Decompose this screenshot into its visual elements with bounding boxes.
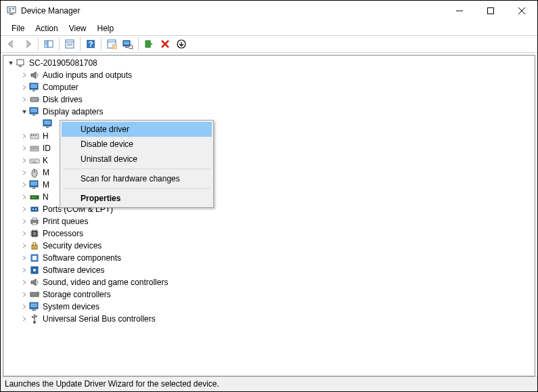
svg-rect-10: [48, 41, 53, 47]
tree-item[interactable]: Storage controllers: [3, 288, 535, 301]
spacer: [33, 119, 43, 129]
tree-item[interactable]: Print queues: [3, 215, 535, 227]
enable-button[interactable]: [141, 37, 156, 51]
help-button[interactable]: ?: [83, 37, 98, 51]
cm-properties[interactable]: Properties: [62, 191, 212, 206]
statusbar-text: Launches the Update Driver Wizard for th…: [5, 379, 219, 389]
cm-disable-device[interactable]: Disable device: [62, 137, 212, 152]
monitor-icon: [29, 106, 40, 117]
tree-item[interactable]: Sound, video and game controllers: [3, 276, 535, 288]
tree-item[interactable]: Software devices: [3, 264, 535, 276]
tree-item[interactable]: Computer: [3, 81, 535, 93]
uninstall-button[interactable]: [158, 37, 173, 51]
svg-rect-49: [33, 135, 35, 136]
tree-item[interactable]: Universal Serial Bus controllers: [3, 313, 535, 325]
monitor-icon: [29, 179, 40, 190]
chevron-right-icon[interactable]: [20, 156, 29, 165]
cm-separator: [63, 188, 210, 189]
chevron-right-icon[interactable]: [20, 180, 29, 190]
tree-item-label: Security devices: [43, 241, 102, 251]
tree-item[interactable]: Disk drives: [3, 93, 535, 106]
tree-item-label: Storage controllers: [43, 290, 111, 299]
svg-rect-46: [46, 127, 49, 128]
keyboard-icon: [29, 155, 40, 166]
tree-item-label: M: [43, 168, 49, 177]
svg-point-69: [32, 209, 34, 210]
tree-item[interactable]: Security devices: [3, 240, 535, 252]
cm-scan-hardware[interactable]: Scan for hardware changes: [62, 171, 212, 186]
svg-rect-4: [9, 14, 14, 15]
chevron-right-icon[interactable]: [20, 265, 29, 275]
svg-rect-56: [32, 160, 33, 161]
minimize-button[interactable]: [444, 1, 475, 21]
svg-rect-45: [44, 121, 51, 125]
printer-icon: [29, 216, 40, 227]
svg-text:?: ?: [89, 40, 93, 48]
menu-action[interactable]: Action: [30, 22, 63, 35]
svg-rect-1: [9, 8, 11, 9]
action-button[interactable]: [104, 37, 119, 51]
svg-rect-93: [32, 309, 36, 311]
forward-button[interactable]: [20, 37, 35, 51]
chevron-down-icon[interactable]: [6, 58, 16, 68]
monitor-icon: [29, 82, 40, 93]
chevron-right-icon[interactable]: [20, 241, 29, 251]
tree-item-label: Audio inputs and outputs: [43, 70, 132, 80]
chevron-right-icon[interactable]: [20, 144, 29, 153]
swdev-icon: [29, 265, 40, 276]
svg-rect-67: [34, 197, 35, 198]
cm-update-driver[interactable]: Update driver: [62, 122, 212, 137]
svg-point-40: [37, 99, 38, 100]
chevron-right-icon[interactable]: [20, 229, 29, 238]
svg-rect-64: [32, 188, 35, 189]
titlebar: Device Manager: [1, 1, 537, 21]
close-button[interactable]: [506, 1, 537, 21]
cm-uninstall-device[interactable]: Uninstall device: [62, 152, 212, 167]
tree-item-label: Display adapters: [43, 107, 103, 116]
chevron-right-icon[interactable]: [20, 70, 29, 80]
tree-item[interactable]: Software components: [3, 252, 535, 264]
svg-rect-48: [31, 135, 32, 136]
menu-view[interactable]: View: [64, 22, 92, 35]
chevron-down-icon[interactable]: [20, 107, 29, 116]
chevron-right-icon[interactable]: [20, 192, 29, 202]
svg-rect-27: [125, 47, 128, 48]
chevron-right-icon[interactable]: [20, 83, 29, 92]
chevron-right-icon[interactable]: [20, 204, 29, 214]
svg-rect-63: [30, 181, 37, 186]
chevron-right-icon[interactable]: [20, 131, 29, 141]
tree-root[interactable]: SC-201905081708: [3, 57, 535, 69]
maximize-button[interactable]: [475, 1, 506, 21]
tree-item-label: ID: [43, 144, 51, 153]
tree-item[interactable]: Audio inputs and outputs: [3, 69, 535, 81]
back-button[interactable]: [4, 37, 19, 51]
svg-rect-50: [35, 135, 37, 136]
tree-item[interactable]: System devices: [3, 301, 535, 313]
properties-button[interactable]: [62, 37, 77, 51]
tree-item[interactable]: Processors: [3, 227, 535, 240]
chevron-right-icon[interactable]: [20, 290, 29, 299]
chevron-right-icon[interactable]: [20, 314, 29, 324]
chevron-right-icon[interactable]: [20, 253, 29, 263]
menu-help[interactable]: Help: [92, 22, 120, 35]
svg-rect-87: [32, 256, 37, 260]
chevron-right-icon[interactable]: [20, 168, 29, 177]
svg-rect-30: [145, 41, 150, 47]
chevron-right-icon[interactable]: [20, 217, 29, 226]
tree-item-label: Print queues: [43, 217, 88, 226]
toolbar-separator: [101, 37, 102, 51]
titlebar-buttons: [444, 1, 537, 21]
update-button[interactable]: [174, 37, 189, 51]
svg-rect-34: [17, 60, 24, 65]
device-tree[interactable]: SC-201905081708 Audio inputs and outputs…: [3, 55, 535, 376]
scan-button[interactable]: [120, 37, 135, 51]
svg-rect-35: [19, 66, 22, 67]
tree-item-label: Sound, video and game controllers: [43, 278, 168, 287]
tree-item[interactable]: Display adapters: [3, 106, 535, 118]
menu-file[interactable]: File: [6, 22, 30, 35]
chevron-right-icon[interactable]: [20, 95, 29, 104]
toolbar: ?: [1, 35, 537, 53]
chevron-right-icon[interactable]: [20, 278, 29, 287]
chevron-right-icon[interactable]: [20, 302, 29, 311]
show-hide-console-button[interactable]: [41, 37, 56, 51]
